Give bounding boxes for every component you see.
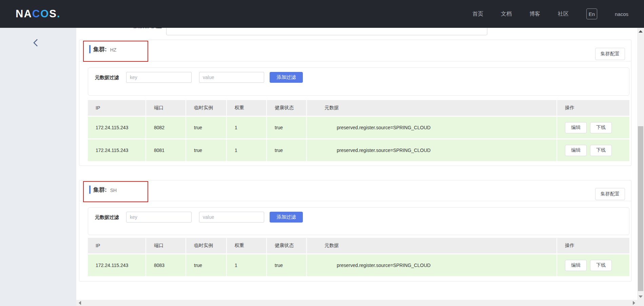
col-header-ip: IP: [88, 238, 146, 253]
filter-value-input[interactable]: [199, 72, 264, 83]
cell-actions: 编辑 下线: [557, 139, 629, 161]
cell-healthy: true: [267, 254, 307, 276]
col-header-actions: 操作: [557, 100, 629, 116]
scroll-up-button[interactable]: [637, 28, 644, 35]
scrollbar-corner: [637, 300, 644, 306]
cluster-config-button[interactable]: 集群配置: [595, 188, 625, 200]
cluster-title: 集群: HZ: [89, 45, 116, 53]
scroll-right-button[interactable]: [630, 300, 637, 306]
col-header-ip: IP: [88, 100, 146, 116]
offline-instance-button[interactable]: 下线: [590, 122, 612, 133]
cluster-config-button[interactable]: 集群配置: [595, 48, 625, 60]
cell-actions: 编辑 下线: [557, 117, 629, 138]
cell-ip: 172.24.115.243: [88, 117, 146, 138]
filter-key-input[interactable]: [126, 72, 192, 83]
table-row: 172.24.115.243 8081 true 1 true preserve…: [88, 139, 629, 161]
scroll-left-button[interactable]: [76, 300, 83, 306]
nav-item-community[interactable]: 社区: [558, 11, 569, 18]
cluster-card-header: 集群: SH 集群配置: [79, 180, 631, 201]
cluster-card-header: 集群: HZ 集群配置: [79, 40, 631, 61]
cluster-label: 集群:: [93, 186, 107, 194]
metadata-filter-label: 元数据过滤: [95, 75, 119, 81]
cell-metadata: preserved.register.source=SPRING_CLOUD: [307, 254, 557, 276]
cell-weight: 1: [227, 139, 267, 161]
add-filter-button[interactable]: 添加过滤: [270, 212, 303, 223]
col-header-ephemeral: 临时实例: [186, 238, 227, 253]
navbar-menu: 首页 文档 博客 社区 En nacos: [472, 8, 628, 19]
col-header-ephemeral: 临时实例: [186, 100, 227, 116]
filter-key-input[interactable]: [126, 212, 192, 223]
page: NACOS. 首页 文档 博客 社区 En nacos 服务路由类型: 集群: …: [0, 0, 644, 306]
metadata-filter-label: 元数据过滤: [95, 214, 119, 221]
table-header-row: IP 端口 临时实例 权重 健康状态 元数据 操作: [88, 238, 629, 253]
col-header-healthy: 健康状态: [267, 100, 307, 116]
cell-ephemeral: true: [186, 139, 227, 161]
cell-healthy: true: [267, 139, 307, 161]
nav-item-docs[interactable]: 文档: [501, 11, 512, 18]
col-header-port: 端口: [146, 100, 186, 116]
sidebar: [0, 28, 76, 306]
nacos-logo[interactable]: NACOS.: [16, 8, 61, 20]
cell-port: 8082: [146, 117, 186, 138]
cell-ephemeral: true: [186, 254, 227, 276]
col-header-weight: 权重: [227, 238, 267, 253]
cell-port: 8083: [146, 254, 186, 276]
vertical-scrollbar-thumb[interactable]: [638, 126, 643, 291]
col-header-port: 端口: [146, 238, 186, 253]
cluster-title: 集群: SH: [89, 186, 117, 194]
username[interactable]: nacos: [615, 11, 628, 17]
cluster-card-sh: 集群: SH 集群配置 元数据过滤 添加过滤 IP 端口 临时实例 权重 健康状…: [79, 180, 631, 282]
collapse-sidebar-icon[interactable]: [30, 37, 42, 49]
arrow-left-icon: [79, 301, 81, 305]
table-row: 172.24.115.243 8083 true 1 true preserve…: [88, 254, 629, 276]
add-filter-button[interactable]: 添加过滤: [270, 72, 303, 83]
arrow-down-icon: [639, 295, 643, 298]
offline-instance-button[interactable]: 下线: [590, 260, 612, 271]
metadata-filter-panel: 元数据过滤 添加过滤: [88, 68, 629, 96]
edit-instance-button[interactable]: 编辑: [565, 145, 587, 156]
instance-table: IP 端口 临时实例 权重 健康状态 元数据 操作 172.24.115.243…: [88, 100, 629, 161]
cell-metadata: preserved.register.source=SPRING_CLOUD: [307, 117, 557, 138]
cell-metadata: preserved.register.source=SPRING_CLOUD: [307, 139, 557, 161]
metadata-filter-panel: 元数据过滤 添加过滤: [88, 207, 629, 235]
scroll-down-button[interactable]: [637, 293, 644, 300]
cell-actions: 编辑 下线: [557, 254, 629, 276]
vertical-scrollbar[interactable]: [637, 28, 644, 300]
nav-item-blog[interactable]: 博客: [529, 11, 540, 18]
cell-ip: 172.24.115.243: [88, 254, 146, 276]
arrow-up-icon: [639, 30, 643, 33]
col-header-actions: 操作: [557, 238, 629, 253]
arrow-right-icon: [633, 301, 635, 305]
top-navbar: NACOS. 首页 文档 博客 社区 En nacos: [0, 0, 644, 28]
cell-port: 8081: [146, 139, 186, 161]
col-header-metadata: 元数据: [307, 100, 557, 116]
edit-instance-button[interactable]: 编辑: [565, 260, 587, 271]
instance-table: IP 端口 临时实例 权重 健康状态 元数据 操作 172.24.115.243…: [88, 238, 629, 276]
cluster-label: 集群:: [93, 45, 107, 53]
offline-instance-button[interactable]: 下线: [590, 145, 612, 156]
col-header-weight: 权重: [227, 100, 267, 116]
table-row: 172.24.115.243 8082 true 1 true preserve…: [88, 117, 629, 138]
col-header-metadata: 元数据: [307, 238, 557, 253]
nav-item-home[interactable]: 首页: [472, 11, 483, 18]
cell-ephemeral: true: [186, 117, 227, 138]
cluster-name: HZ: [110, 46, 117, 53]
logo-text: NA: [16, 8, 32, 20]
cluster-card-hz: 集群: HZ 集群配置 元数据过滤 添加过滤 IP 端口 临时实例 权重 健康状…: [79, 40, 631, 166]
cell-weight: 1: [227, 254, 267, 276]
cluster-name: SH: [110, 187, 117, 193]
filter-value-input[interactable]: [199, 212, 264, 223]
cell-ip: 172.24.115.243: [88, 139, 146, 161]
accent-bar: [89, 45, 91, 53]
accent-bar: [89, 186, 91, 194]
edit-instance-button[interactable]: 编辑: [565, 122, 587, 133]
language-toggle-button[interactable]: En: [586, 8, 597, 19]
table-header-row: IP 端口 临时实例 权重 健康状态 元数据 操作: [88, 100, 629, 116]
horizontal-scrollbar[interactable]: [76, 300, 637, 306]
col-header-healthy: 健康状态: [267, 238, 307, 253]
cell-healthy: true: [267, 117, 307, 138]
cell-weight: 1: [227, 117, 267, 138]
